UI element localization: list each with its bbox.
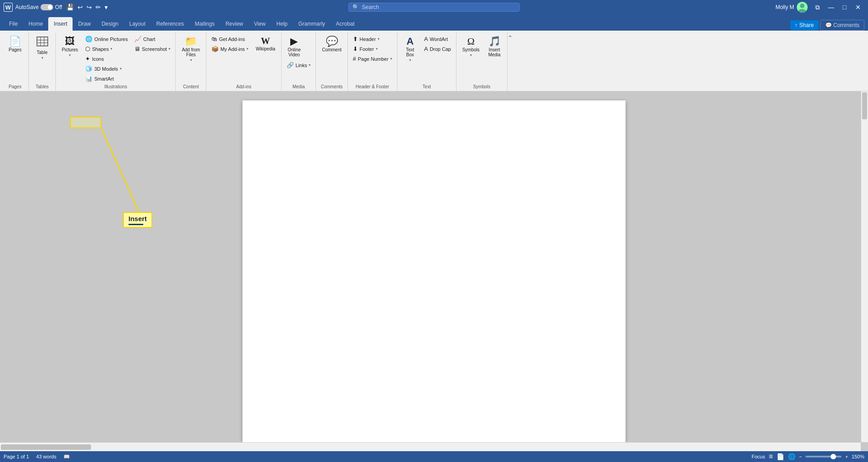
screenshot-label: Screenshot (142, 46, 167, 52)
icons-icon: ✦ (85, 55, 90, 62)
tab-references[interactable]: References (151, 17, 189, 31)
pages-group-content: 📄 Pages (5, 32, 25, 83)
save-button[interactable]: 💾 (65, 3, 75, 12)
dropcap-label: Drop Cap (430, 46, 451, 52)
symbols-icon: Ω (467, 36, 475, 46)
page-number-button[interactable]: # Page Number ▾ (351, 54, 394, 63)
media-group-label: Media (292, 83, 305, 91)
tab-view[interactable]: View (249, 17, 271, 31)
3d-models-dropdown: ▾ (120, 67, 122, 71)
ribbon-group-headerfooter: ⬆ Header ▾ ⬇ Footer ▾ # Page Number ▾ He… (348, 32, 397, 91)
headerfooter-group-content: ⬆ Header ▾ ⬇ Footer ▾ # Page Number ▾ (351, 32, 394, 83)
zoom-out-icon[interactable]: − (799, 454, 802, 459)
page-info: Page 1 of 1 (4, 454, 29, 459)
symbols-button[interactable]: Ω Symbols ▾ (459, 34, 483, 59)
pages-button[interactable]: 📄 Pages (5, 34, 25, 54)
comments-button[interactable]: 💬 Comments (820, 20, 864, 31)
customize-button[interactable]: ▾ (103, 3, 109, 12)
my-addins-button[interactable]: 📦 My Add-ins ▾ (209, 44, 251, 54)
web-layout-button[interactable]: 🌐 (788, 453, 795, 460)
tab-review[interactable]: Review (220, 17, 248, 31)
wikipedia-label: Wikipedia (256, 46, 275, 51)
search-bar[interactable]: 🔍 (348, 3, 520, 12)
tab-mailings[interactable]: Mailings (189, 17, 220, 31)
insert-media-label: InsertMedia (488, 47, 500, 57)
title-bar-right: Molly M ⧉ — □ ✕ (651, 2, 865, 13)
textbox-button[interactable]: A TextBox ▾ (400, 34, 420, 64)
tab-acrobat[interactable]: Acrobat (330, 17, 360, 31)
status-bar: Page 1 of 1 43 words 📖 Focus ≡ 📄 🌐 − + 1… (0, 451, 868, 462)
share-icon: ↑ (795, 22, 798, 28)
pictures-dropdown: ▾ (69, 53, 71, 57)
tab-grammarly[interactable]: Grammarly (293, 17, 330, 31)
smartart-button[interactable]: 📊 SmartArt (83, 74, 130, 83)
svg-rect-2 (37, 37, 48, 46)
page-number-icon: # (353, 55, 356, 62)
focus-button[interactable]: Focus (752, 454, 765, 459)
annotation-text: Insert (128, 215, 147, 222)
tab-file[interactable]: File (4, 17, 23, 31)
tab-help[interactable]: Help (271, 17, 293, 31)
chart-icon: 📈 (134, 36, 142, 42)
ribbon-group-media: ▶ OnlineVideo 🔗 Links ▾ Media (282, 32, 316, 91)
draw-button[interactable]: ✏ (94, 3, 102, 12)
screenshot-button[interactable]: 🖥 Screenshot ▾ (132, 44, 173, 54)
minimize-button[interactable]: — (825, 2, 837, 13)
tab-draw[interactable]: Draw (73, 17, 96, 31)
get-addins-button[interactable]: 🛍 Get Add-ins (209, 34, 251, 44)
scrollbar-horizontal[interactable] (0, 442, 861, 451)
tab-insert[interactable]: Insert (48, 17, 73, 31)
tab-home[interactable]: Home (23, 17, 48, 31)
doc-area[interactable]: Insert (0, 91, 868, 451)
insert-media-button[interactable]: 🎵 InsertMedia (484, 34, 504, 59)
shapes-label: Shapes (92, 46, 109, 52)
table-button[interactable]: Table ▾ (32, 34, 52, 62)
maximize-button[interactable]: □ (838, 2, 851, 13)
scrollbar-thumb-vertical[interactable] (862, 92, 867, 119)
restore-down-button[interactable]: ⧉ (811, 2, 824, 13)
shapes-button[interactable]: ⬡ Shapes ▾ (83, 44, 130, 54)
online-video-button[interactable]: ▶ OnlineVideo (284, 34, 304, 59)
scrollbar-vertical[interactable] (861, 91, 868, 442)
print-layout-button[interactable]: 📄 (777, 453, 784, 460)
online-video-icon: ▶ (290, 36, 298, 46)
headerfooter-group-label: Header & Footer (356, 83, 389, 91)
wikipedia-button[interactable]: W Wikipedia (252, 34, 278, 54)
pictures-button[interactable]: 🖼 Pictures ▾ (59, 34, 81, 59)
header-button[interactable]: ⬆ Header ▾ (351, 34, 394, 44)
footer-button[interactable]: ⬇ Footer ▾ (351, 44, 394, 54)
search-icon: 🔍 (352, 4, 359, 10)
close-button[interactable]: ✕ (852, 2, 864, 13)
3d-models-button[interactable]: 🧊 3D Models ▾ (83, 64, 130, 73)
icons-button[interactable]: ✦ Icons (83, 54, 130, 63)
wordart-button[interactable]: A WordArt (422, 34, 453, 44)
comment-button[interactable]: 💬 Comment (319, 34, 344, 54)
chart-button[interactable]: 📈 Chart (132, 34, 173, 44)
zoom-in-icon[interactable]: + (845, 454, 848, 459)
zoom-level: 150% (852, 454, 864, 459)
share-button[interactable]: ↑ Share (790, 20, 818, 30)
svg-point-0 (800, 4, 804, 8)
autosave-toggle[interactable] (41, 4, 53, 10)
my-addins-label: My Add-ins (220, 46, 245, 52)
add-from-files-button[interactable]: 📁 Add fromFiles ▾ (178, 34, 203, 64)
read-mode-button[interactable]: ≡ (769, 453, 773, 461)
links-dropdown: ▾ (309, 63, 311, 67)
get-addins-label: Get Add-ins (219, 36, 245, 42)
tab-layout[interactable]: Layout (124, 17, 151, 31)
autosave-state: Off (55, 4, 62, 10)
get-addins-icon: 🛍 (211, 36, 217, 42)
pages-icon: 📄 (9, 36, 21, 46)
zoom-slider[interactable] (805, 456, 841, 457)
search-input[interactable] (362, 4, 516, 10)
illustrations-group-label: Illustrations (104, 83, 127, 91)
collapse-ribbon-button[interactable]: ⌃ (507, 34, 513, 41)
scrollbar-thumb-horizontal[interactable] (1, 444, 91, 450)
links-button[interactable]: 🔗 Links ▾ (284, 60, 313, 70)
undo-button[interactable]: ↩ (76, 3, 84, 12)
online-pictures-button[interactable]: 🌐 Online Pictures (83, 34, 130, 44)
illustrations-group-content: 🖼 Pictures ▾ 🌐 Online Pictures ⬡ Shapes … (59, 32, 173, 83)
dropcap-button[interactable]: A Drop Cap (422, 44, 453, 54)
redo-button[interactable]: ↪ (85, 3, 93, 12)
tab-design[interactable]: Design (96, 17, 123, 31)
